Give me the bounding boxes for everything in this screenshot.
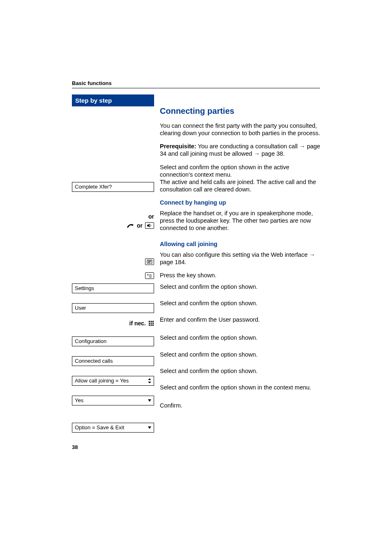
arrow-icon: → xyxy=(254,150,260,157)
box-option-label: Option = Save & Exit xyxy=(75,424,124,431)
box-complete-xfer: Complete Xfer? xyxy=(72,182,154,192)
web-a: You can also configure this setting via … xyxy=(160,251,309,258)
box-user: User xyxy=(72,303,154,313)
option-paragraph: Confirm. xyxy=(160,402,322,409)
connected-paragraph: Select and confirm the option shown. xyxy=(160,351,322,358)
or-label-1: or xyxy=(72,213,154,220)
box-complete-xfer-label: Complete Xfer? xyxy=(75,184,112,190)
complete-b: The active and held calls are joined. Th… xyxy=(160,179,316,193)
menu-key-icon xyxy=(72,272,154,279)
yes-paragraph: Select and confirm the option shown in t… xyxy=(160,384,322,391)
svg-rect-13 xyxy=(149,325,150,326)
box-option-save-exit: Option = Save & Exit xyxy=(72,423,154,433)
box-configuration-label: Configuration xyxy=(75,338,106,344)
heading-connecting-parties: Connecting parties xyxy=(160,106,322,116)
updown-icon xyxy=(148,378,151,383)
handset-icon xyxy=(126,222,134,229)
page-number: 38 xyxy=(72,444,78,450)
box-settings: Settings xyxy=(72,283,154,293)
intro-paragraph: You can connect the first party with the… xyxy=(160,122,322,137)
box-connected-calls: Connected calls xyxy=(72,356,154,366)
svg-rect-7 xyxy=(149,321,150,322)
ifnec-row: if nec. xyxy=(72,320,154,327)
speaker-key-icon xyxy=(145,222,154,229)
box-yes-label: Yes xyxy=(75,397,83,403)
svg-rect-14 xyxy=(151,325,152,326)
sidebar-title: Step by step xyxy=(72,94,154,106)
user-paragraph: Select and confirm the option shown. xyxy=(160,299,322,307)
box-allow-call-joining: Allow call joining = Yes xyxy=(72,376,154,386)
svg-rect-8 xyxy=(151,321,152,322)
svg-rect-10 xyxy=(149,323,150,324)
keypad-icon xyxy=(148,320,154,326)
hangup-paragraph: Replace the handset or, if you are in sp… xyxy=(160,210,322,232)
svg-rect-11 xyxy=(151,323,152,324)
prereq-bold: Prerequisite: xyxy=(160,143,196,150)
svg-rect-12 xyxy=(152,323,154,324)
box-configuration: Configuration xyxy=(72,336,154,346)
prereq-a: You are conducting a consultation call xyxy=(196,143,300,150)
web-interface-paragraph: You can also configure this setting via … xyxy=(160,251,322,266)
prereq-c: page 38. xyxy=(260,150,284,157)
or-label-2: or xyxy=(137,222,143,229)
settings-paragraph: Select and confirm the option shown. xyxy=(160,283,322,290)
allow-paragraph: Select and confirm the option shown. xyxy=(160,367,322,375)
ifnec-label: if nec. xyxy=(129,320,146,327)
hangup-icons-row: or xyxy=(72,222,154,229)
config-paragraph: Select and confirm the option shown. xyxy=(160,334,322,341)
heading-allow-call-joining: Allowing call joining xyxy=(160,240,322,248)
arrow-icon: → xyxy=(299,143,305,150)
box-allow-label: Allow call joining = Yes xyxy=(75,378,129,384)
arrow-icon: → xyxy=(309,251,316,258)
web-interface-icon xyxy=(72,258,154,265)
complete-a: Select and confirm the option shown in t… xyxy=(160,164,289,178)
web-b: page 184. xyxy=(160,259,187,265)
page-header: Basic functions xyxy=(72,80,320,88)
ifnec-paragraph: Enter and confirm the User password. xyxy=(160,316,322,323)
down-icon xyxy=(148,399,151,402)
prerequisite-paragraph: Prerequisite: You are conducting a consu… xyxy=(160,143,322,157)
complete-xfer-paragraph: Select and confirm the option shown in t… xyxy=(160,164,322,193)
box-yes: Yes xyxy=(72,396,154,405)
box-settings-label: Settings xyxy=(75,285,94,291)
svg-rect-9 xyxy=(152,321,154,322)
box-connected-calls-label: Connected calls xyxy=(75,358,113,364)
sidebar: Step by step Complete Xfer? or or xyxy=(72,94,154,433)
press-key-paragraph: Press the key shown. xyxy=(160,272,322,279)
svg-rect-15 xyxy=(152,325,154,326)
heading-connect-hangup: Connect by hanging up xyxy=(160,199,322,206)
box-user-label: User xyxy=(75,305,86,311)
down-icon xyxy=(148,426,151,429)
body-column: Connecting parties You can connect the f… xyxy=(154,94,322,415)
